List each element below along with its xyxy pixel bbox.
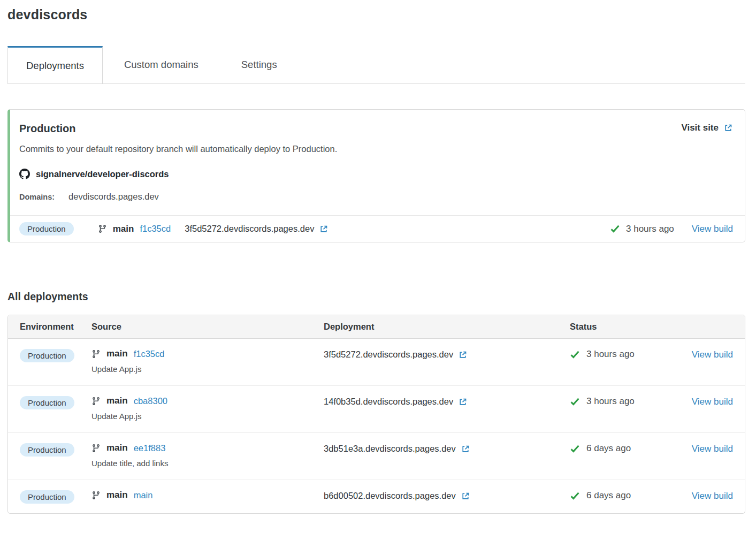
- environment-badge: Production: [20, 396, 74, 409]
- view-build-link[interactable]: View build: [692, 349, 733, 360]
- repository-line: signalnerve/developer-discords: [10, 169, 745, 179]
- deployments-table: Environment Source Deployment Status Pro…: [7, 315, 745, 514]
- repository-name: signalnerve/developer-discords: [36, 169, 169, 179]
- view-build-link[interactable]: View build: [692, 397, 733, 407]
- table-row: Production main ee1f883 Update title, ad…: [8, 433, 745, 480]
- pages-project-view: devdiscords Deployments Custom domains S…: [7, 0, 745, 514]
- commit-link[interactable]: main: [134, 490, 153, 500]
- visit-site-link[interactable]: Visit site: [681, 123, 733, 133]
- commit-link[interactable]: f1c35cd: [134, 349, 165, 359]
- tab-bar: Deployments Custom domains Settings: [7, 46, 745, 84]
- production-card: Production Visit site Commits to your de…: [7, 109, 745, 242]
- environment-badge: Production: [20, 490, 74, 504]
- column-header-deployment: Deployment: [324, 322, 570, 332]
- github-icon: [19, 169, 30, 179]
- external-link-icon: [461, 491, 470, 501]
- external-link-icon: [458, 397, 468, 407]
- page-title: devdiscords: [7, 0, 745, 22]
- deployment-time: 6 days ago: [586, 490, 631, 501]
- source-group: main f1c35cd: [98, 224, 171, 234]
- branch-name: main: [106, 490, 128, 500]
- git-branch-icon: [91, 444, 101, 453]
- deployment-url: 3f5d5272.devdiscords.pages.dev: [185, 224, 314, 234]
- environment-badge: Production: [19, 222, 74, 235]
- branch-name: main: [113, 224, 134, 234]
- column-header-environment: Environment: [20, 322, 91, 332]
- view-build-link[interactable]: View build: [692, 491, 733, 501]
- view-build-link[interactable]: View build: [692, 224, 733, 234]
- deployment-url-link[interactable]: 3f5d5272.devdiscords.pages.dev: [185, 224, 329, 234]
- commit-link[interactable]: ee1f883: [134, 443, 166, 453]
- git-branch-icon: [91, 491, 101, 500]
- success-check-icon: [570, 491, 580, 501]
- domains-line: Domains: devdiscords.pages.dev: [10, 192, 745, 202]
- production-card-title: Production: [19, 123, 76, 135]
- tab-settings[interactable]: Settings: [220, 46, 299, 83]
- branch-name: main: [106, 396, 128, 406]
- commit-message: Update App.js: [91, 412, 324, 421]
- deployment-url-link[interactable]: 14f0b35d.devdiscords.pages.dev: [324, 396, 570, 407]
- commit-message: Update title, add links: [91, 459, 324, 468]
- deployment-time: 3 hours ago: [586, 349, 635, 360]
- domains-value: devdiscords.pages.dev: [68, 192, 159, 202]
- success-check-icon: [570, 397, 580, 407]
- git-branch-icon: [98, 224, 107, 233]
- table-header-row: Environment Source Deployment Status: [8, 315, 745, 339]
- tab-deployments[interactable]: Deployments: [7, 46, 103, 83]
- status-group: 3 hours ago View build: [610, 224, 733, 234]
- deployment-url-link[interactable]: 3f5d5272.devdiscords.pages.dev: [324, 348, 570, 360]
- column-header-source: Source: [91, 322, 324, 332]
- tab-custom-domains[interactable]: Custom domains: [103, 46, 220, 83]
- commit-message: Update App.js: [91, 364, 324, 374]
- environment-badge: Production: [20, 349, 74, 362]
- external-link-icon: [458, 350, 468, 360]
- production-description: Commits to your default repository branc…: [10, 144, 745, 154]
- view-build-link[interactable]: View build: [692, 444, 733, 454]
- success-check-icon: [570, 349, 580, 360]
- commit-link[interactable]: cba8300: [134, 396, 167, 406]
- deployment-time: 3 hours ago: [626, 224, 674, 234]
- deployment-url: b6d00502.devdiscords.pages.dev: [324, 491, 456, 501]
- table-row: Production main main b6d00502.devdiscord…: [8, 480, 745, 513]
- deployment-time: 3 hours ago: [586, 396, 635, 407]
- success-check-icon: [570, 444, 580, 454]
- domains-label: Domains:: [19, 193, 55, 201]
- external-link-icon: [319, 224, 329, 234]
- environment-badge: Production: [20, 443, 74, 457]
- table-row: Production main f1c35cd Update App.js 3f…: [8, 339, 745, 386]
- git-branch-icon: [91, 349, 101, 359]
- deployment-url: 14f0b35d.devdiscords.pages.dev: [324, 397, 453, 407]
- deployment-url-link[interactable]: b6d00502.devdiscords.pages.dev: [324, 490, 570, 501]
- visit-site-label: Visit site: [681, 123, 719, 133]
- external-link-icon: [723, 123, 733, 133]
- column-header-status: Status: [570, 322, 687, 332]
- branch-name: main: [106, 348, 128, 359]
- deployment-url-link[interactable]: 3db51e3a.devdiscords.pages.dev: [324, 443, 570, 454]
- all-deployments-heading: All deployments: [7, 291, 745, 303]
- success-check-icon: [610, 224, 620, 234]
- external-link-icon: [461, 444, 470, 454]
- branch-name: main: [106, 443, 128, 453]
- table-row: Production main cba8300 Update App.js 14…: [8, 386, 745, 433]
- latest-deployment-row: Production main f1c35cd 3f5d5272.devdisc…: [10, 215, 745, 242]
- deployment-url: 3f5d5272.devdiscords.pages.dev: [324, 349, 453, 360]
- deployment-time: 6 days ago: [586, 443, 631, 454]
- deployment-url: 3db51e3a.devdiscords.pages.dev: [324, 444, 456, 454]
- commit-link[interactable]: f1c35cd: [140, 224, 171, 234]
- git-branch-icon: [91, 397, 101, 406]
